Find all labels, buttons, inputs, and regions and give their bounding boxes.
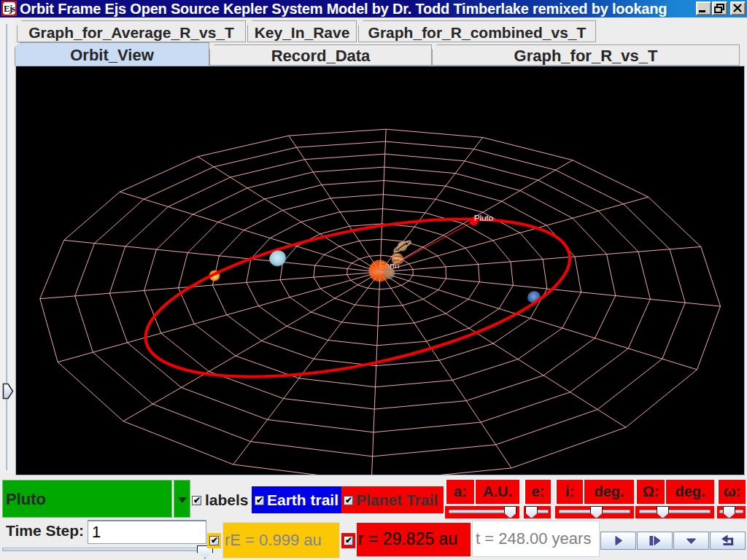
svg-text:Pluto: Pluto	[474, 214, 493, 222]
